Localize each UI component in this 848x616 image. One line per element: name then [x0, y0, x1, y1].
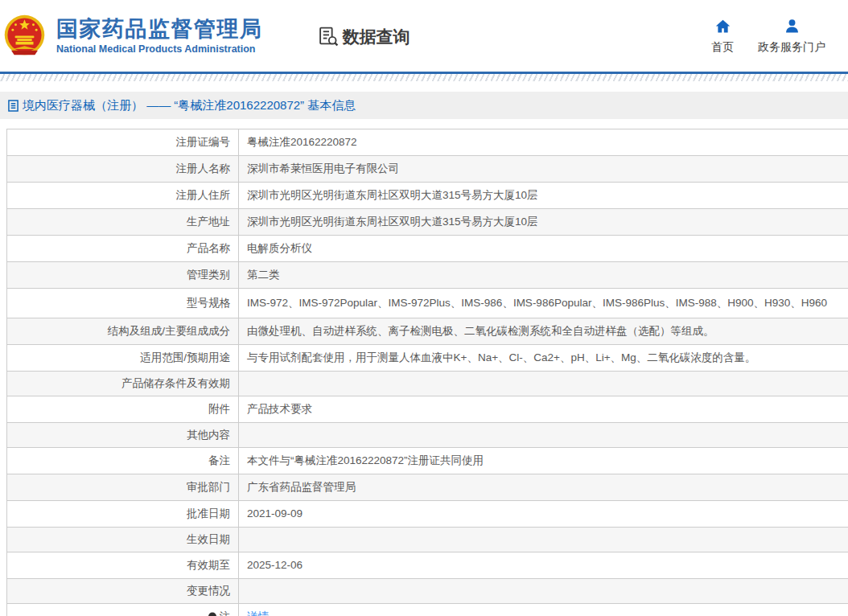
row-value: 第二类: [239, 262, 848, 288]
row-value: 2021-09-09: [239, 501, 848, 527]
row-label: 注册人名称: [7, 156, 239, 182]
table-row: 注详情: [7, 604, 848, 616]
row-label: 有效期至: [7, 552, 239, 578]
table-row: 备注本文件与“粤械注准20162220872”注册证共同使用: [7, 448, 848, 474]
breadcrumb: 境内医疗器械（注册） —— “粤械注准20162220872” 基本信息: [0, 92, 848, 119]
table-row: 其他内容: [7, 423, 848, 448]
row-value: 产品技术要求: [239, 396, 848, 422]
nav-gov-portal[interactable]: 政务服务门户: [758, 18, 825, 55]
row-value: 2025-12-06: [239, 552, 848, 578]
row-value: [239, 423, 848, 447]
table-row: 注册证编号粤械注准20162220872: [7, 129, 848, 156]
site-title: 国家药品监督管理局: [56, 17, 263, 41]
page-header: 国家药品监督管理局 National Medical Products Admi…: [0, 0, 848, 72]
table-row: 适用范围/预期用途与专用试剂配套使用，用于测量人体血液中K+、Na+、Cl-、C…: [7, 345, 848, 372]
file-icon: [8, 100, 23, 112]
table-row: 结构及组成/主要组成成分由微处理机、自动进样系统、离子检测电极、二氧化碳检测系统…: [7, 318, 848, 345]
row-label: 审批部门: [7, 474, 239, 500]
row-value: [239, 579, 848, 603]
row-value: 与专用试剂配套使用，用于测量人体血液中K+、Na+、Cl-、Ca2+、pH、Li…: [239, 345, 848, 371]
row-value: 深圳市光明区光明街道东周社区双明大道315号易方大厦10层: [239, 183, 848, 208]
breadcrumb-text: 境内医疗器械（注册） —— “粤械注准20162220872” 基本信息: [23, 98, 356, 113]
row-value: 详情: [239, 604, 848, 616]
row-value: IMS-972、IMS-972Popular、IMS-972Plus、IMS-9…: [239, 289, 848, 318]
data-query-entry[interactable]: 数据查询: [318, 26, 410, 48]
nav-home-label: 首页: [711, 40, 734, 55]
nav-gov-portal-label: 政务服务门户: [758, 40, 825, 55]
home-icon: [714, 18, 731, 40]
row-value: [239, 372, 848, 396]
row-label: 产品名称: [7, 236, 239, 261]
detail-link[interactable]: 详情: [247, 609, 269, 616]
row-label: 生产地址: [7, 209, 239, 235]
row-value: 电解质分析仪: [239, 236, 848, 261]
table-row: 生产地址深圳市光明区光明街道东周社区双明大道315号易方大厦10层: [7, 209, 848, 236]
registration-table: 注册证编号粤械注准20162220872注册人名称深圳市希莱恒医用电子有限公司注…: [6, 129, 848, 616]
hatch-band: [0, 74, 848, 81]
row-label: 附件: [7, 396, 239, 422]
table-row: 注册人名称深圳市希莱恒医用电子有限公司: [7, 156, 848, 183]
row-label: 备注: [7, 448, 239, 474]
table-row: 注册人住所深圳市光明区光明街道东周社区双明大道315号易方大厦10层: [7, 183, 848, 209]
national-emblem-logo: [2, 14, 47, 58]
row-value: [239, 528, 848, 552]
data-query-label: 数据查询: [343, 26, 410, 48]
row-label: 适用范围/预期用途: [7, 345, 239, 371]
row-label: 注: [7, 604, 239, 616]
table-row: 附件产品技术要求: [7, 396, 848, 423]
table-row: 有效期至2025-12-06: [7, 552, 848, 579]
table-row: 产品储存条件及有效期: [7, 372, 848, 396]
row-value: 深圳市希莱恒医用电子有限公司: [239, 156, 848, 182]
table-row: 生效日期: [7, 528, 848, 552]
row-label: 批准日期: [7, 501, 239, 527]
row-label: 型号规格: [7, 289, 239, 318]
row-value: 本文件与“粤械注准20162220872”注册证共同使用: [239, 448, 848, 474]
user-icon: [784, 18, 801, 40]
nav-home[interactable]: 首页: [711, 18, 734, 55]
row-value: 粤械注准20162220872: [239, 129, 848, 155]
document-search-icon: [318, 26, 340, 47]
row-label: 管理类别: [7, 262, 239, 288]
site-subtitle: National Medical Products Administration: [56, 43, 263, 55]
row-label: 产品储存条件及有效期: [7, 372, 239, 396]
row-label: 注册证编号: [7, 129, 239, 155]
row-label: 其他内容: [7, 423, 239, 447]
table-row: 型号规格IMS-972、IMS-972Popular、IMS-972Plus、I…: [7, 289, 848, 318]
row-value: 深圳市光明区光明街道东周社区双明大道315号易方大厦10层: [239, 209, 848, 235]
row-value: 广东省药品监督管理局: [239, 474, 848, 500]
table-row: 管理类别第二类: [7, 262, 848, 289]
table-row: 产品名称电解质分析仪: [7, 236, 848, 262]
row-value: 由微处理机、自动进样系统、离子检测电极、二氧化碳检测系统和全自动进样盘（选配）等…: [239, 318, 848, 344]
table-row: 审批部门广东省药品监督管理局: [7, 474, 848, 501]
brand-block: 国家药品监督管理局 National Medical Products Admi…: [56, 17, 263, 55]
note-balloon-icon: [208, 612, 217, 616]
row-label: 变更情况: [7, 579, 239, 603]
table-row: 批准日期2021-09-09: [7, 501, 848, 528]
row-label: 注册人住所: [7, 183, 239, 208]
row-label: 结构及组成/主要组成成分: [7, 318, 239, 344]
table-row: 变更情况: [7, 579, 848, 604]
row-label: 生效日期: [7, 528, 239, 552]
